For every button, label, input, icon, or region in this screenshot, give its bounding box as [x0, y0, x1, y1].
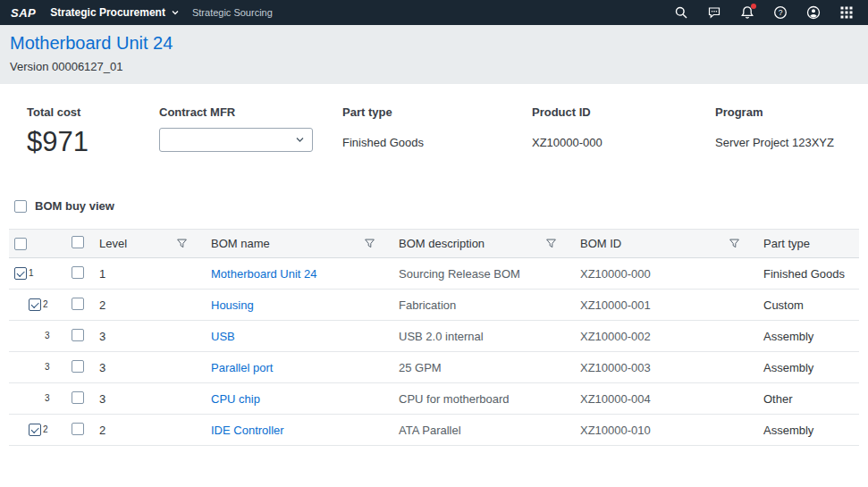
part-type-cell: Assembly — [758, 330, 859, 343]
select-cell — [67, 266, 94, 281]
bom-name-cell: USB — [206, 330, 393, 343]
kpi-program: Program Server Project 123XYZ — [715, 105, 857, 158]
tree-cell: 2 — [9, 298, 67, 311]
column-header-bom-id: BOM ID — [575, 230, 758, 257]
contract-mfr-select[interactable] — [159, 128, 313, 152]
bom-name-link[interactable]: Parallel port — [211, 361, 273, 374]
search-icon[interactable] — [674, 5, 688, 20]
level-cell: 3 — [94, 392, 206, 406]
shell-subtitle[interactable]: Strategic Sourcing — [192, 7, 273, 18]
tree-cell: 2 — [9, 424, 67, 436]
column-header-bom-id-label: BOM ID — [580, 237, 621, 250]
kpi-program-value: Server Project 123XYZ — [715, 136, 857, 149]
bom-id-cell: XZ10000-000 — [575, 267, 758, 281]
bom-table: Level BOM name BOM description BOM ID Pa… — [9, 229, 859, 446]
bom-name-link[interactable]: IDE Controller — [211, 424, 284, 437]
header-tree-cell — [9, 238, 67, 250]
tree-node-checkbox[interactable] — [29, 298, 41, 311]
bom-buy-view-checkbox[interactable] — [14, 200, 27, 213]
part-type-cell: Assembly — [758, 361, 859, 374]
shell-actions: ? — [674, 5, 854, 20]
column-header-part-type: Part type — [758, 230, 859, 257]
bom-name-cell: IDE Controller — [206, 424, 393, 437]
tree-cell: 3 — [9, 361, 67, 374]
filter-icon[interactable] — [729, 238, 740, 249]
shell-app-title[interactable]: Strategic Procurement — [50, 6, 165, 19]
select-cell — [67, 329, 94, 344]
column-header-bom-name: BOM name — [206, 230, 393, 257]
tree-level-number: 2 — [43, 298, 48, 311]
bom-name-link[interactable]: Motherboard Unit 24 — [211, 267, 317, 281]
level-cell: 2 — [94, 424, 206, 437]
part-type-cell: Custom — [758, 298, 859, 312]
column-header-bom-description: BOM description — [393, 230, 575, 257]
row-select-checkbox[interactable] — [72, 298, 84, 310]
level-cell: 2 — [94, 298, 206, 312]
bom-buy-view-label: BOM buy view — [35, 199, 114, 213]
tree-node-checkbox[interactable] — [29, 424, 41, 436]
bom-id-cell: XZ10000-004 — [575, 392, 758, 406]
header-row-select-checkbox[interactable] — [72, 236, 84, 248]
help-icon[interactable]: ? — [773, 5, 788, 20]
kpi-part-type-value: Finished Goods — [342, 136, 532, 149]
bom-name-cell: Parallel port — [206, 361, 393, 374]
level-cell: 1 — [94, 267, 206, 281]
bom-description-cell: 25 GPM — [393, 361, 575, 374]
chevron-down-icon[interactable] — [171, 8, 180, 17]
sap-logo[interactable]: SAP — [11, 6, 36, 20]
row-select-checkbox[interactable] — [72, 266, 84, 279]
column-header-bom-name-label: BOM name — [211, 237, 270, 250]
bom-name-cell: Motherboard Unit 24 — [206, 267, 393, 281]
kpi-total-cost-label: Total cost — [27, 105, 159, 119]
chevron-down-icon — [295, 135, 305, 145]
notification-badge — [751, 4, 756, 9]
header-checkbox-cell — [67, 236, 94, 251]
column-header-level: Level — [94, 230, 206, 257]
filter-icon[interactable] — [364, 238, 375, 249]
filter-icon[interactable] — [176, 238, 188, 249]
table-row: 1 1 Motherboard Unit 24 Sourcing Release… — [9, 258, 859, 290]
tree-cell: 3 — [9, 392, 67, 405]
tree-level-number: 3 — [45, 392, 50, 405]
level-cell: 3 — [94, 361, 206, 374]
bom-id-cell: XZ10000-002 — [575, 330, 758, 343]
tree-cell: 3 — [9, 330, 67, 342]
bom-name-link[interactable]: CPU chip — [211, 392, 260, 406]
kpi-product-id: Product ID XZ10000-000 — [532, 105, 715, 158]
select-cell — [67, 360, 94, 375]
kpi-contract-mfr-label: Contract MFR — [159, 105, 342, 119]
bom-name-link[interactable]: USB — [211, 330, 235, 343]
select-cell — [67, 298, 94, 313]
table-row: 3 3 Parallel port 25 GPM XZ10000-003 Ass… — [9, 352, 859, 383]
row-select-checkbox[interactable] — [72, 423, 84, 435]
app-finder-grid-icon[interactable] — [839, 5, 854, 20]
profile-avatar-icon[interactable] — [806, 5, 821, 20]
bom-id-cell: XZ10000-010 — [575, 424, 758, 437]
kpi-part-type-label: Part type — [342, 105, 532, 119]
kpi-total-cost-value: $971 — [27, 126, 159, 158]
kpi-row: Total cost $971 Contract MFR Part type F… — [0, 84, 868, 158]
kpi-contract-mfr: Contract MFR — [159, 105, 342, 158]
column-header-bom-description-label: BOM description — [399, 237, 485, 250]
tree-cell: 1 — [9, 267, 67, 280]
select-cell — [67, 391, 94, 407]
copilot-icon[interactable] — [707, 5, 721, 20]
kpi-total-cost: Total cost $971 — [27, 105, 159, 158]
column-header-part-type-label: Part type — [763, 237, 810, 250]
filter-icon[interactable] — [545, 238, 557, 249]
row-select-checkbox[interactable] — [72, 360, 84, 373]
select-all-checkbox[interactable] — [14, 238, 27, 250]
bom-description-cell: CPU for motherboard — [393, 392, 575, 406]
bom-name-link[interactable]: Housing — [211, 298, 254, 312]
table-row: 2 2 Housing Fabrication XZ10000-001 Cust… — [9, 290, 859, 321]
tree-node-checkbox[interactable] — [14, 267, 27, 280]
notifications-bell-icon[interactable] — [740, 5, 754, 20]
column-header-level-label: Level — [99, 237, 127, 250]
kpi-program-label: Program — [715, 105, 857, 119]
row-select-checkbox[interactable] — [72, 329, 84, 341]
table-row: 2 2 IDE Controller ATA Parallel XZ10000-… — [9, 415, 859, 446]
bom-name-cell: CPU chip — [206, 392, 393, 406]
row-select-checkbox[interactable] — [72, 391, 84, 404]
bom-buy-view-toggle: BOM buy view — [0, 199, 868, 213]
page-header: Motherboard Unit 24 Version 00006127_01 — [0, 25, 868, 84]
